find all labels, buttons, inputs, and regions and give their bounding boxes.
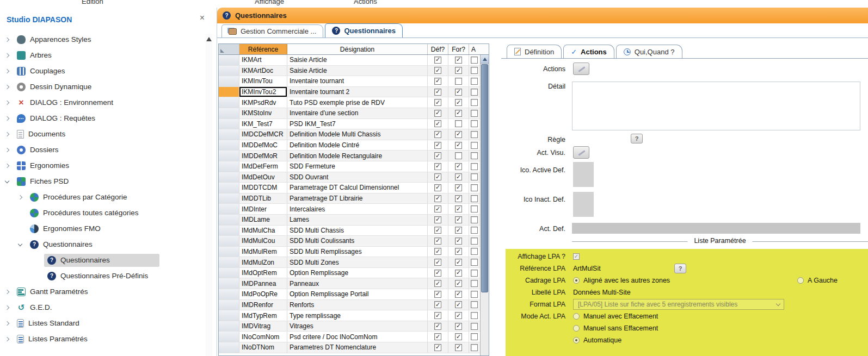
- cell-a[interactable]: [469, 161, 480, 172]
- table-row[interactable]: IKMArtSaisie Article: [219, 55, 480, 66]
- scrollbar-thumb[interactable]: [481, 64, 488, 292]
- chevron-right-icon[interactable]: [17, 195, 23, 200]
- cell-a[interactable]: [469, 278, 480, 289]
- cell-a[interactable]: [469, 140, 480, 151]
- sidebar-item-dialog-requ-tes[interactable]: DIALOG : Requêtes: [0, 110, 205, 126]
- cell-a[interactable]: [469, 108, 480, 118]
- row-selector[interactable]: [219, 87, 239, 97]
- for-checkbox[interactable]: [455, 131, 462, 138]
- sidebar-item-content[interactable]: Documents: [14, 128, 69, 141]
- sidebar-item-listes-standard[interactable]: Listes Standard: [0, 315, 205, 331]
- regle-help-button[interactable]: ?: [631, 134, 643, 143]
- chevron-right-icon[interactable]: [4, 116, 10, 121]
- scroll-up-icon[interactable]: [206, 37, 212, 41]
- cell-reference[interactable]: IMDDTLib: [239, 193, 287, 204]
- def-checkbox[interactable]: [434, 173, 441, 180]
- cell-reference[interactable]: IMdMulCou: [239, 236, 287, 246]
- def-checkbox[interactable]: [434, 195, 441, 202]
- sidebar-item-couplages[interactable]: Couplages: [0, 63, 205, 79]
- chevron-right-icon[interactable]: [4, 100, 10, 105]
- cell-a[interactable]: [469, 193, 480, 204]
- table-row[interactable]: IMdMulChaSDD Multi Chassis: [219, 226, 480, 236]
- cell-a[interactable]: [469, 268, 480, 278]
- def-checkbox[interactable]: [434, 120, 441, 127]
- sidebar-item-content[interactable]: Gantt Paramétrés: [14, 285, 91, 298]
- sidebar-item-content[interactable]: Ergonomies FMO: [27, 222, 104, 235]
- def-checkbox[interactable]: [434, 280, 441, 287]
- row-selector[interactable]: [219, 332, 239, 342]
- table-row[interactable]: IMdDetOuvSDD Ouvrant: [219, 172, 480, 183]
- row-selector[interactable]: [219, 183, 239, 193]
- reference-lpa-value[interactable]: ArtMulSit: [573, 265, 674, 272]
- cell-def[interactable]: [428, 215, 448, 225]
- row-selector[interactable]: [219, 193, 239, 204]
- for-checkbox[interactable]: [455, 78, 462, 85]
- sidebar-item-content[interactable]: Procédures toutes catégories: [27, 207, 142, 220]
- cell-for[interactable]: [448, 55, 469, 65]
- cell-for[interactable]: [448, 289, 469, 299]
- cell-designation[interactable]: Parametrage DT Calcul Dimensionnel: [287, 183, 428, 193]
- table-row[interactable]: IMdOptRemOption Remplissage: [219, 268, 480, 279]
- def-checkbox[interactable]: [434, 205, 441, 213]
- cell-def[interactable]: [428, 226, 448, 236]
- a-checkbox[interactable]: [471, 67, 478, 74]
- cell-designation[interactable]: Saisie Article: [287, 66, 428, 76]
- row-selector[interactable]: [219, 310, 239, 321]
- cell-for[interactable]: [448, 161, 469, 172]
- a-checkbox[interactable]: [471, 248, 478, 255]
- header-for[interactable]: For?: [448, 44, 469, 54]
- chevron-down-icon[interactable]: [17, 242, 23, 247]
- sidebar-item-dialog-environnement[interactable]: DIALOG : Environnement: [0, 95, 205, 110]
- for-checkbox[interactable]: [455, 312, 462, 319]
- scroll-up-icon[interactable]: [481, 55, 489, 64]
- cell-designation[interactable]: SDD Multi Zones: [287, 257, 428, 267]
- cell-reference[interactable]: IMdTypRem: [239, 310, 287, 321]
- cadrage-radio-gauche[interactable]: [797, 277, 804, 284]
- cell-def[interactable]: [428, 76, 448, 86]
- cell-reference[interactable]: IMdMulZon: [239, 257, 287, 267]
- affichage-lpa-checkbox[interactable]: [573, 253, 580, 260]
- sidebar-item-proc-dures-toutes-cat-gories[interactable]: Procédures toutes catégories: [0, 205, 205, 221]
- row-selector[interactable]: [219, 97, 239, 108]
- chevron-right-icon[interactable]: [4, 321, 10, 326]
- sidebar-item-content[interactable]: DIALOG : Environnement: [14, 96, 116, 109]
- for-checkbox[interactable]: [455, 195, 462, 202]
- cell-for[interactable]: [448, 97, 469, 108]
- row-selector[interactable]: [219, 215, 239, 225]
- act-visu-edit-button[interactable]: [573, 146, 589, 159]
- a-checkbox[interactable]: [471, 120, 478, 127]
- row-selector[interactable]: [219, 55, 239, 65]
- a-checkbox[interactable]: [471, 259, 478, 266]
- cell-def[interactable]: [428, 172, 448, 183]
- a-checkbox[interactable]: [471, 110, 478, 117]
- cell-def[interactable]: [428, 151, 448, 161]
- a-checkbox[interactable]: [471, 173, 478, 180]
- for-checkbox[interactable]: [455, 152, 462, 159]
- sidebar-item-ergonomies-fmo[interactable]: Ergonomies FMO: [0, 221, 205, 236]
- tab-questionnaires[interactable]: Questionnaires: [325, 23, 403, 38]
- def-checkbox[interactable]: [434, 57, 441, 64]
- row-selector[interactable]: [219, 257, 239, 267]
- cell-for[interactable]: [448, 66, 469, 76]
- for-checkbox[interactable]: [455, 270, 462, 277]
- sidebar-item-gantt-param-tr-s[interactable]: Gantt Paramétrés: [0, 284, 205, 299]
- cell-reference[interactable]: IMdMulRem: [239, 247, 287, 257]
- table-row[interactable]: IMdMulZonSDD Multi Zones: [219, 257, 480, 268]
- a-checkbox[interactable]: [471, 142, 478, 149]
- for-checkbox[interactable]: [455, 163, 462, 170]
- cell-def[interactable]: [428, 140, 448, 151]
- a-checkbox[interactable]: [471, 99, 478, 106]
- row-selector[interactable]: [219, 172, 239, 183]
- cell-reference[interactable]: IMdDetFerm: [239, 161, 287, 172]
- table-row[interactable]: IMdTypRemType remplissage: [219, 310, 480, 321]
- table-row[interactable]: IKMPsdRdvTuto PSD exemple prise de RDV: [219, 97, 480, 108]
- cell-a[interactable]: [469, 87, 480, 97]
- cell-def[interactable]: [428, 247, 448, 257]
- a-checkbox[interactable]: [471, 344, 478, 351]
- cell-a[interactable]: [469, 300, 480, 310]
- cell-designation[interactable]: Definition Modele Cintré: [287, 140, 428, 151]
- a-checkbox[interactable]: [471, 301, 478, 308]
- cell-def[interactable]: [428, 236, 448, 246]
- cell-designation[interactable]: SDD Multi Chassis: [287, 226, 428, 236]
- tab-gestion-commerciale[interactable]: Gestion Commerciale ...: [221, 24, 323, 38]
